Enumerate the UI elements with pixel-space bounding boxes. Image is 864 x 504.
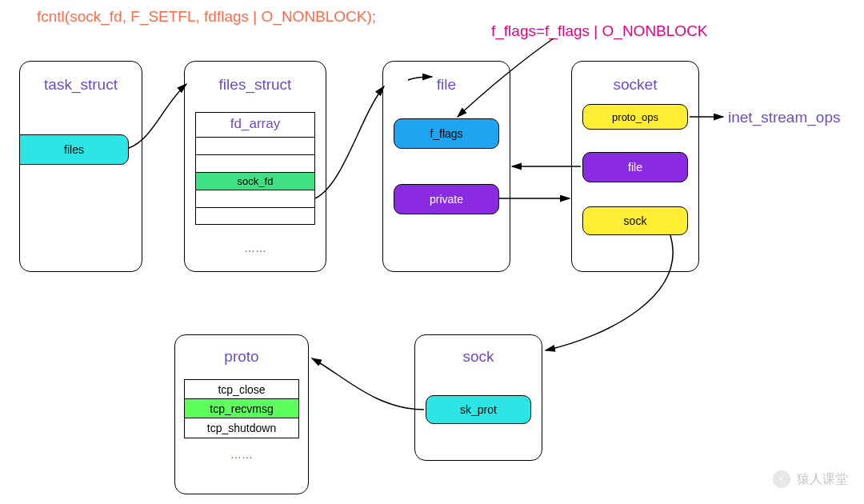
watermark: 猿人课堂 bbox=[773, 470, 848, 488]
pill-proto-ops: proto_ops bbox=[582, 104, 688, 130]
title-task-struct: task_struct bbox=[20, 76, 142, 94]
proto-row-1: tcp_recvmsg bbox=[185, 399, 298, 418]
title-sock: sock bbox=[415, 348, 542, 366]
files-struct-dots: …… bbox=[195, 242, 315, 254]
pill-sock: sock bbox=[582, 206, 688, 235]
title-files-struct: files_struct bbox=[185, 76, 326, 94]
proto-row-2: tcp_shutdown bbox=[185, 418, 298, 438]
proto-dots: …… bbox=[184, 448, 299, 461]
pill-sk-prot: sk_prot bbox=[426, 395, 531, 424]
fd-array-title: fd_array bbox=[196, 113, 314, 137]
label-inet-stream-ops: inet_stream_ops bbox=[728, 109, 840, 126]
pill-socket-file: file bbox=[582, 152, 688, 182]
code-fflags: f_flags=f_flags | O_NONBLOCK bbox=[491, 22, 708, 40]
title-proto: proto bbox=[175, 348, 308, 366]
code-fcntl: fcntl(sock_fd, F_SETFL, fdflags | O_NONB… bbox=[37, 8, 376, 26]
pill-files: files bbox=[19, 134, 129, 165]
pill-private: private bbox=[394, 184, 499, 214]
wechat-icon bbox=[773, 470, 790, 488]
box-task-struct: task_struct bbox=[19, 61, 142, 272]
proto-row-0: tcp_close bbox=[185, 380, 298, 399]
title-socket: socket bbox=[572, 76, 698, 94]
proto-table: tcp_close tcp_recvmsg tcp_shutdown bbox=[184, 379, 299, 438]
fd-row-sockfd: sock_fd bbox=[196, 172, 314, 190]
pill-fflags: f_flags bbox=[394, 118, 499, 149]
fd-array-table: fd_array sock_fd bbox=[195, 112, 315, 225]
box-file: file bbox=[382, 61, 510, 272]
watermark-text: 猿人课堂 bbox=[797, 471, 848, 488]
title-file: file bbox=[383, 76, 510, 94]
